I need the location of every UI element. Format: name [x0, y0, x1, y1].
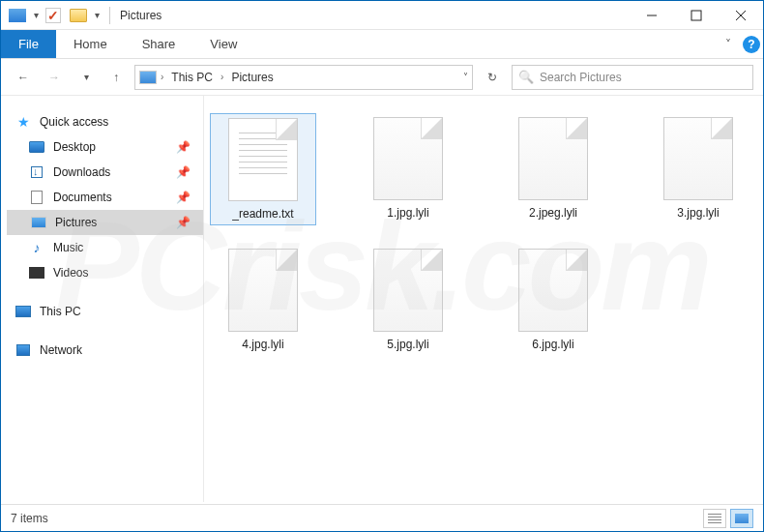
- file-name: 1.jpg.lyli: [387, 206, 428, 220]
- chevron-down-icon[interactable]: ▾: [95, 10, 100, 20]
- forward-button[interactable]: →: [42, 65, 67, 90]
- sidebar-item-label: Desktop: [53, 140, 96, 154]
- music-icon: ♪: [28, 240, 45, 255]
- list-icon: [708, 514, 721, 523]
- file-list[interactable]: _readme.txt1.jpg.lyli2.jpeg.lyli3.jpg.ly…: [204, 96, 763, 502]
- network-icon: [15, 342, 32, 358]
- title-bar: ▾ ✓ ▾ Pictures: [1, 1, 763, 30]
- help-button[interactable]: ?: [740, 30, 763, 58]
- file-item[interactable]: 3.jpg.lyli: [645, 113, 751, 225]
- back-button[interactable]: ←: [11, 65, 36, 90]
- file-name: _readme.txt: [232, 207, 293, 221]
- file-item[interactable]: 5.jpg.lyli: [355, 245, 461, 355]
- star-icon: ★: [15, 114, 32, 130]
- navigation-bar: ← → ▾ ↑ › This PC › Pictures ˅ ↻ 🔍: [1, 59, 763, 96]
- thumbnail-icon: [735, 514, 749, 523]
- close-button[interactable]: [719, 1, 763, 30]
- search-icon: 🔍: [518, 70, 534, 84]
- file-icon: [228, 249, 298, 332]
- new-folder-icon[interactable]: [68, 5, 89, 26]
- sidebar-item-label: This PC: [40, 305, 81, 318]
- item-count: 7 items: [11, 512, 48, 525]
- up-button[interactable]: ↑: [103, 65, 129, 90]
- file-icon: [373, 117, 443, 200]
- desktop-icon: [28, 139, 45, 155]
- sidebar-item-desktop[interactable]: Desktop 📌: [7, 134, 204, 160]
- svg-rect-1: [691, 11, 701, 20]
- documents-icon: [28, 190, 45, 205]
- text-file-icon: [228, 118, 298, 201]
- tab-share[interactable]: Share: [125, 30, 193, 58]
- navigation-pane: ★ Quick access Desktop 📌 Downloads 📌 Doc…: [1, 96, 204, 502]
- separator: [109, 7, 110, 24]
- file-item[interactable]: _readme.txt: [210, 113, 316, 225]
- sidebar-item-music[interactable]: ♪ Music: [7, 235, 204, 260]
- downloads-icon: [28, 164, 45, 180]
- file-item[interactable]: 6.jpg.lyli: [500, 245, 606, 355]
- file-item[interactable]: 2.jpeg.lyli: [500, 113, 606, 225]
- sidebar-item-videos[interactable]: Videos: [7, 260, 204, 285]
- pin-icon: 📌: [176, 191, 191, 204]
- file-name: 3.jpg.lyli: [677, 206, 719, 220]
- sidebar-item-label: Pictures: [55, 216, 97, 229]
- pictures-icon: [30, 215, 47, 230]
- explorer-icon[interactable]: [7, 5, 28, 26]
- sidebar-item-quick-access[interactable]: ★ Quick access: [7, 109, 204, 134]
- recent-locations-button[interactable]: ▾: [73, 65, 98, 90]
- this-pc-icon: [15, 304, 32, 319]
- sidebar-item-network[interactable]: Network: [7, 338, 204, 363]
- address-bar[interactable]: › This PC › Pictures ˅: [134, 65, 473, 90]
- sidebar-item-this-pc[interactable]: This PC: [7, 299, 204, 324]
- sidebar-item-label: Music: [53, 241, 83, 254]
- file-icon: [518, 249, 588, 332]
- file-name: 2.jpeg.lyli: [529, 206, 577, 220]
- sidebar-item-pictures[interactable]: Pictures 📌: [7, 210, 204, 235]
- thumbnails-view-button[interactable]: [730, 509, 753, 528]
- file-name: 5.jpg.lyli: [387, 338, 428, 351]
- sidebar-item-label: Network: [40, 343, 82, 357]
- search-input[interactable]: [540, 71, 747, 84]
- window-title: Pictures: [120, 9, 162, 22]
- breadcrumb[interactable]: This PC: [167, 71, 217, 84]
- pin-icon: 📌: [176, 140, 191, 154]
- maximize-button[interactable]: [674, 1, 719, 30]
- chevron-right-icon[interactable]: ›: [161, 72, 163, 82]
- pin-icon: 📌: [176, 216, 191, 229]
- chevron-right-icon[interactable]: ›: [220, 72, 223, 82]
- tab-view[interactable]: View: [192, 30, 254, 58]
- status-bar: 7 items: [1, 504, 763, 531]
- minimize-button[interactable]: [630, 1, 674, 30]
- sidebar-item-documents[interactable]: Documents 📌: [7, 185, 204, 210]
- sidebar-item-label: Quick access: [40, 115, 108, 129]
- file-name: 4.jpg.lyli: [242, 338, 283, 351]
- breadcrumb[interactable]: Pictures: [227, 71, 277, 84]
- expand-ribbon-button[interactable]: ˅: [717, 30, 740, 58]
- chevron-down-icon[interactable]: ▾: [34, 10, 39, 20]
- file-icon: [373, 249, 443, 332]
- sidebar-item-label: Documents: [53, 191, 112, 204]
- chevron-down-icon[interactable]: ˅: [463, 72, 468, 82]
- pin-icon: 📌: [176, 165, 191, 179]
- file-item[interactable]: 4.jpg.lyli: [210, 245, 316, 355]
- quick-access-toolbar: ▾ ✓ ▾: [1, 5, 105, 26]
- search-box[interactable]: 🔍: [512, 65, 753, 90]
- file-item[interactable]: 1.jpg.lyli: [355, 113, 461, 225]
- sidebar-item-label: Videos: [53, 266, 88, 280]
- file-icon: [663, 117, 733, 200]
- videos-icon: [28, 265, 45, 281]
- sidebar-item-downloads[interactable]: Downloads 📌: [7, 160, 204, 185]
- refresh-button[interactable]: ↻: [479, 65, 506, 90]
- file-name: 6.jpg.lyli: [532, 338, 573, 351]
- tab-home[interactable]: Home: [56, 30, 125, 58]
- properties-icon[interactable]: ✓: [43, 5, 64, 26]
- file-icon: [518, 117, 588, 200]
- ribbon: File Home Share View ˅ ?: [1, 30, 763, 59]
- details-view-button[interactable]: [703, 509, 726, 528]
- file-tab[interactable]: File: [1, 30, 56, 58]
- sidebar-item-label: Downloads: [53, 165, 110, 179]
- location-icon: [139, 71, 157, 84]
